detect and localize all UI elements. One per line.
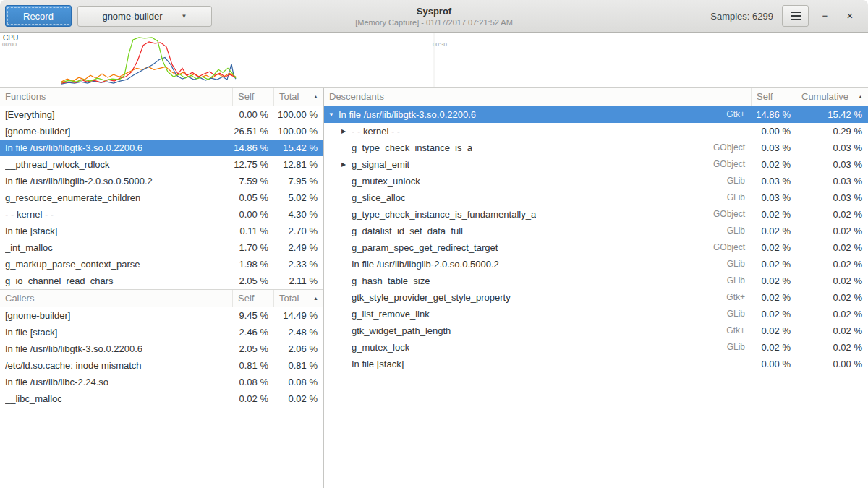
- library-badge: GLib: [727, 306, 752, 322]
- function-name-cell: In file /usr/lib/libgtk-3.so.0.2200.6: [0, 341, 233, 357]
- total-column-header[interactable]: Total ▲: [274, 290, 323, 307]
- record-button[interactable]: Record: [5, 5, 72, 27]
- self-column-header[interactable]: Self: [233, 290, 274, 307]
- table-row[interactable]: ▶g_signal_emitGObject0.02 %0.03 %: [324, 156, 868, 173]
- table-row[interactable]: In file [stack]0.00 %0.00 %: [324, 356, 868, 372]
- total-value: 0.02 %: [796, 223, 868, 239]
- function-name-cell: /etc/ld.so.cache: inode mismatch: [0, 357, 233, 374]
- function-name: In file [stack]: [5, 324, 57, 341]
- cumulative-column-header[interactable]: Cumulative ▲: [796, 88, 868, 106]
- table-row[interactable]: _int_malloc1.70 %2.49 %: [0, 239, 323, 256]
- function-name: g_signal_emit: [352, 156, 409, 173]
- function-name-cell: ▼In file /usr/lib/libgtk-3.so.0.2200.6Gt…: [324, 106, 752, 123]
- minimize-button[interactable]: −: [817, 5, 833, 27]
- library-badge: GObject: [713, 140, 752, 156]
- total-value: 0.03 %: [796, 140, 868, 156]
- table-row[interactable]: g_type_check_instance_is_aGObject0.03 %0…: [324, 140, 868, 156]
- function-name: _int_malloc: [5, 239, 53, 256]
- function-name-cell: In file [stack]: [0, 324, 233, 341]
- self-column-header[interactable]: Self: [752, 88, 796, 106]
- time-label-start: 00:00: [2, 41, 17, 48]
- table-row[interactable]: g_list_remove_linkGLib0.02 %0.02 %: [324, 306, 868, 322]
- table-row[interactable]: g_mutex_lockGLib0.02 %0.02 %: [324, 339, 868, 356]
- close-button[interactable]: ×: [842, 5, 858, 27]
- self-value: 2.46 %: [233, 324, 274, 341]
- table-row[interactable]: [gnome-builder]9.45 %14.49 %: [0, 307, 323, 324]
- function-name-cell: In file /usr/lib/libglib-2.0.so.0.5000.2…: [324, 256, 752, 273]
- total-column-header[interactable]: Total ▲: [274, 88, 323, 106]
- table-row[interactable]: g_slice_allocGLib0.03 %0.03 %: [324, 189, 868, 206]
- function-name: In file [stack]: [5, 223, 57, 239]
- menu-button[interactable]: [782, 5, 809, 27]
- table-row[interactable]: g_datalist_id_set_data_fullGLib0.02 %0.0…: [324, 223, 868, 239]
- table-row[interactable]: In file /usr/lib/libglib-2.0.so.0.5000.2…: [0, 173, 323, 189]
- function-name-cell: g_list_remove_linkGLib: [324, 306, 752, 322]
- function-name-cell: In file /usr/lib/libc-2.24.so: [0, 374, 233, 390]
- self-value: 0.02 %: [752, 306, 796, 322]
- function-name: - - kernel - -: [352, 123, 400, 140]
- total-value: 0.03 %: [796, 156, 868, 173]
- headerbar: Record gnome-builder ▼ Sysprof [Memory C…: [0, 0, 868, 33]
- cpu-series-green: [61, 38, 236, 82]
- function-name-cell: [gnome-builder]: [0, 123, 233, 140]
- function-name-cell: g_hash_table_sizeGLib: [324, 273, 752, 289]
- process-selector[interactable]: gnome-builder ▼: [77, 6, 212, 27]
- table-row[interactable]: [Everything]0.00 %100.00 %: [0, 106, 323, 123]
- table-row[interactable]: g_mutex_unlockGLib0.03 %0.03 %: [324, 173, 868, 189]
- self-value: 12.75 %: [233, 156, 274, 173]
- table-row[interactable]: g_markup_parse_context_parse1.98 %2.33 %: [0, 256, 323, 273]
- total-value: 15.42 %: [274, 140, 323, 156]
- self-value: 0.02 %: [752, 289, 796, 306]
- table-row[interactable]: gtk_style_provider_get_style_propertyGtk…: [324, 289, 868, 306]
- table-row[interactable]: ▼In file /usr/lib/libgtk-3.so.0.2200.6Gt…: [324, 106, 868, 123]
- table-row[interactable]: In file /usr/lib/libgtk-3.so.0.2200.614.…: [0, 140, 323, 156]
- table-row[interactable]: ▶- - kernel - -0.00 %0.29 %: [324, 123, 868, 140]
- expander-closed-icon[interactable]: ▶: [340, 123, 352, 140]
- table-row[interactable]: /etc/ld.so.cache: inode mismatch0.81 %0.…: [0, 357, 323, 374]
- table-row[interactable]: [gnome-builder]26.51 %100.00 %: [0, 123, 323, 140]
- library-badge: GObject: [713, 156, 752, 173]
- expander-open-icon[interactable]: ▼: [327, 106, 339, 123]
- total-value: 0.00 %: [796, 356, 868, 372]
- total-column-label: Total: [279, 290, 299, 307]
- table-row[interactable]: g_resource_enumerate_children0.05 %5.02 …: [0, 189, 323, 206]
- hamburger-icon: [791, 12, 801, 13]
- cumulative-column-label: Cumulative: [801, 88, 848, 106]
- table-row[interactable]: In file /usr/lib/libgtk-3.so.0.2200.62.0…: [0, 341, 323, 357]
- function-name: g_type_check_instance_is_a: [352, 140, 472, 156]
- table-row[interactable]: g_type_check_instance_is_fundamentally_a…: [324, 206, 868, 223]
- cpu-graph[interactable]: CPU 00:00 00:30: [0, 33, 868, 88]
- callers-column-header[interactable]: Callers: [0, 290, 233, 307]
- function-name: In file [stack]: [352, 356, 404, 372]
- table-row[interactable]: In file /usr/lib/libc-2.24.so0.08 %0.08 …: [0, 374, 323, 390]
- total-value: 0.03 %: [796, 189, 868, 206]
- table-row[interactable]: - - kernel - -0.00 %4.30 %: [0, 206, 323, 223]
- table-row[interactable]: g_io_channel_read_chars2.05 %2.11 %: [0, 273, 323, 289]
- total-value: 0.02 %: [796, 306, 868, 322]
- table-row[interactable]: In file /usr/lib/libglib-2.0.so.0.5000.2…: [324, 256, 868, 273]
- functions-column-header[interactable]: Functions: [0, 88, 233, 106]
- self-value: 2.05 %: [233, 273, 274, 289]
- function-name-cell: g_mutex_unlockGLib: [324, 173, 752, 189]
- self-value: 7.59 %: [233, 173, 274, 189]
- table-row[interactable]: __libc_malloc0.02 %0.02 %: [0, 390, 323, 407]
- table-row[interactable]: gtk_widget_path_lengthGtk+0.02 %0.02 %: [324, 322, 868, 339]
- expander-closed-icon[interactable]: ▶: [340, 156, 352, 173]
- self-value: 0.02 %: [752, 322, 796, 339]
- self-value: 1.70 %: [233, 239, 274, 256]
- table-row[interactable]: In file [stack]0.11 %2.70 %: [0, 223, 323, 239]
- sort-ascending-icon: ▲: [858, 88, 863, 106]
- descendants-column-header[interactable]: Descendants: [324, 88, 752, 106]
- function-name: g_list_remove_link: [352, 306, 430, 322]
- library-badge: Gtk+: [726, 322, 752, 339]
- table-row[interactable]: In file [stack]2.46 %2.48 %: [0, 324, 323, 341]
- function-name-cell: __libc_malloc: [0, 390, 233, 407]
- library-badge: GObject: [713, 206, 752, 223]
- table-row[interactable]: g_hash_table_sizeGLib0.02 %0.02 %: [324, 273, 868, 289]
- process-selector-label: gnome-builder: [102, 11, 162, 22]
- sysprof-window: Record gnome-builder ▼ Sysprof [Memory C…: [0, 0, 868, 488]
- function-name: In file /usr/lib/libc-2.24.so: [5, 374, 109, 390]
- self-column-header[interactable]: Self: [233, 88, 274, 106]
- table-row[interactable]: g_param_spec_get_redirect_targetGObject0…: [324, 239, 868, 256]
- table-row[interactable]: __pthread_rwlock_rdlock12.75 %12.81 %: [0, 156, 323, 173]
